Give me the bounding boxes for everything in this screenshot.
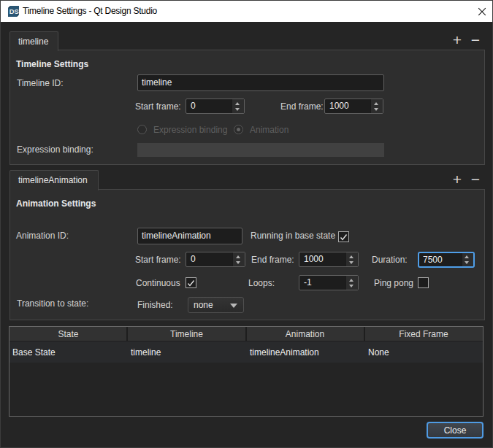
svg-text:DS: DS [9,8,19,15]
